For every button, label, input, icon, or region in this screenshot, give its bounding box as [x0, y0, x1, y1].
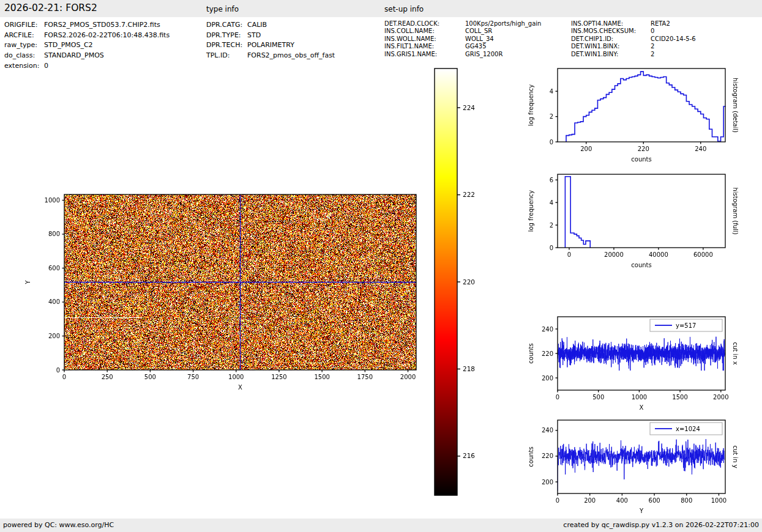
info-row: DPR.CATG:CALIB	[206, 20, 335, 31]
cut-in-x-plot	[513, 305, 762, 421]
info-value: STD_PMOS_C2	[44, 40, 93, 51]
info-value: GRIS_1200R	[465, 51, 502, 58]
info-row: raw_type:STD_PMOS_C2	[4, 40, 170, 51]
info-label: raw_type:	[4, 40, 44, 51]
info-value: WOLL_34	[465, 35, 494, 43]
info-row: INS.COLL.NAME:COLL_SR	[384, 28, 541, 35]
info-value: FORS2_PMOS_STD053.7.CHIP2.fits	[44, 20, 160, 31]
page-title: 2026-02-21: FORS2	[4, 2, 97, 13]
info-label: INS.MOS.CHECKSUM:	[571, 28, 651, 35]
info-value: COLL_SR	[465, 28, 492, 35]
info-label: ARCFILE:	[4, 31, 44, 41]
info-label: DET.READ.CLOCK:	[384, 20, 465, 28]
info-label: INS.OPTI4.NAME:	[571, 20, 651, 28]
info-label: TPL.ID:	[206, 51, 247, 61]
footer-bar: powered by QC: www.eso.org/HC created by…	[0, 519, 762, 532]
info-label: do_class:	[4, 51, 44, 61]
colorbar	[428, 61, 502, 508]
info-row: ORIGFILE:FORS2_PMOS_STD053.7.CHIP2.fits	[4, 20, 170, 31]
info-value: STD	[247, 31, 261, 41]
info-value: 0	[651, 28, 654, 35]
info-row: do_class:STANDARD_PMOS	[4, 51, 170, 61]
info-row: DET.CHIP1.ID:CCID20-14-5-6	[571, 35, 696, 43]
footer-created-by: created by qc_rawdisp.py v1.2.3 on 2026-…	[563, 521, 759, 529]
info-value: STANDARD_PMOS	[44, 51, 104, 61]
info-row: extension:0	[4, 61, 170, 72]
info-value: 2	[651, 43, 654, 50]
info-row: DET.WIN1.BINX:2	[571, 43, 696, 50]
info-value: POLARIMETRY	[247, 40, 294, 51]
info-row: INS.WOLL.NAME:WOLL_34	[384, 35, 541, 43]
raw-image-plot	[21, 190, 438, 401]
info-label: DET.CHIP1.ID:	[571, 35, 651, 43]
info-row: DET.READ.CLOCK:100Kps/2ports/high_gain	[384, 20, 541, 28]
info-label: ORIGFILE:	[4, 20, 44, 31]
info-row: INS.OPTI4.NAME:RETA2	[571, 20, 696, 28]
info-label: DPR.TYPE:	[206, 31, 247, 41]
info-row: ARCFILE:FORS2.2026-02-22T06:10:48.438.fi…	[4, 31, 170, 41]
info-label: INS.WOLL.NAME:	[384, 35, 465, 43]
info-row: INS.MOS.CHECKSUM:0	[571, 28, 696, 35]
info-value: FORS2_pmos_obs_off_fast	[247, 51, 335, 61]
info-value: 100Kps/2ports/high_gain	[465, 20, 541, 28]
info-value: FORS2.2026-02-22T06:10:48.438.fits	[44, 31, 170, 41]
footer-powered-by: powered by QC: www.eso.org/HC	[3, 521, 114, 529]
qc-report-page: 2026-02-21: FORS2 type info set-up info …	[0, 0, 762, 532]
info-label: DPR.CATG:	[206, 20, 247, 31]
info-row: TPL.ID:FORS2_pmos_obs_off_fast	[206, 51, 335, 61]
type-info-block: DPR.CATG:CALIBDPR.TYPE:STDDPR.TECH:POLAR…	[206, 20, 335, 61]
info-label: INS.GRIS1.NAME:	[384, 51, 465, 58]
info-row: DPR.TYPE:STD	[206, 31, 335, 41]
file-info-block: ORIGFILE:FORS2_PMOS_STD053.7.CHIP2.fitsA…	[4, 20, 170, 72]
info-label: extension:	[4, 61, 44, 72]
info-value: GG435	[465, 43, 487, 50]
info-label: DET.WIN1.BINX:	[571, 43, 651, 50]
header-bar	[0, 0, 762, 17]
setup-info-header: set-up info	[384, 5, 424, 13]
info-value: CALIB	[247, 20, 267, 31]
info-row: DPR.TECH:POLARIMETRY	[206, 40, 335, 51]
setup-info-block-2: INS.OPTI4.NAME:RETA2INS.MOS.CHECKSUM:0DE…	[571, 20, 696, 58]
info-value: CCID20-14-5-6	[651, 35, 696, 43]
info-label: INS.FILT1.NAME:	[384, 43, 465, 50]
info-label: INS.COLL.NAME:	[384, 28, 465, 35]
info-label: DPR.TECH:	[206, 40, 247, 51]
histogram-full-plot	[513, 162, 762, 281]
histogram-detail-plot	[513, 56, 762, 175]
info-row: INS.FILT1.NAME:GG435	[384, 43, 541, 50]
info-value: RETA2	[651, 20, 670, 28]
cut-in-y-plot	[513, 408, 762, 519]
setup-info-block-1: DET.READ.CLOCK:100Kps/2ports/high_gainIN…	[384, 20, 541, 58]
type-info-header: type info	[206, 5, 239, 13]
info-value: 0	[44, 61, 48, 72]
